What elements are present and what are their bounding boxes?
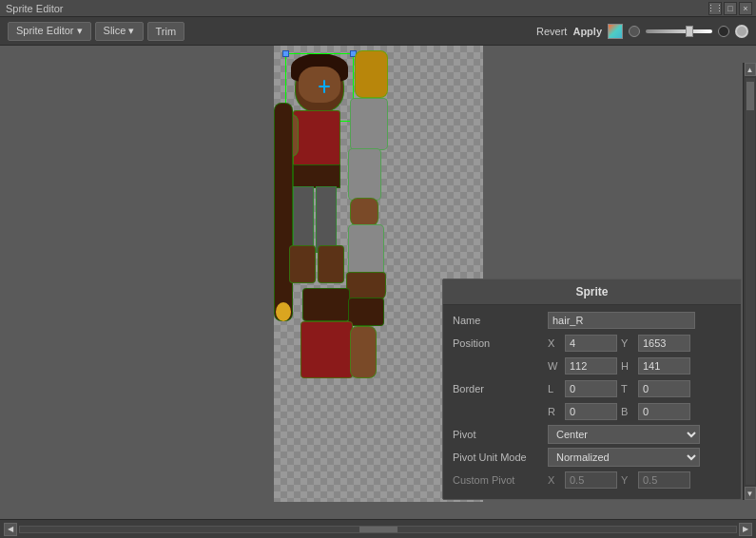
vertical-scrollbar[interactable]: ▲ ▼ xyxy=(743,63,756,500)
name-label: Name xyxy=(453,315,548,326)
apply-button[interactable]: Apply xyxy=(572,26,602,37)
close-button[interactable]: × xyxy=(739,2,752,15)
size-row: W H xyxy=(453,356,731,375)
custom-pivot-x-input[interactable] xyxy=(565,471,617,489)
color-swatch[interactable] xyxy=(608,24,623,39)
x-label: X xyxy=(548,337,561,349)
border-r-input[interactable] xyxy=(565,403,617,420)
slice-menu-button[interactable]: Slice ▾ xyxy=(95,22,144,41)
pivot-unit-label: Pivot Unit Mode xyxy=(453,452,548,463)
cp-x-label: X xyxy=(548,474,561,486)
custom-pivot-row: Custom Pivot X Y xyxy=(453,471,731,490)
pivot-label: Pivot xyxy=(453,429,548,440)
border-row: Border L T xyxy=(453,379,731,398)
b-label: B xyxy=(621,406,634,417)
scroll-left-button[interactable]: ◀ xyxy=(4,523,17,536)
custom-pivot-fields: X Y xyxy=(548,471,690,489)
height-input[interactable] xyxy=(638,357,690,375)
title-bar: Sprite Editor ⋮⋮ □ × xyxy=(0,0,756,17)
border-lt-fields: L T xyxy=(548,380,690,397)
scroll-up-button[interactable]: ▲ xyxy=(745,63,756,76)
name-input[interactable] xyxy=(548,312,695,329)
custom-pivot-y-input[interactable] xyxy=(638,471,690,489)
position-x-input[interactable] xyxy=(565,335,617,352)
scroll-thumb[interactable] xyxy=(359,527,397,532)
toolbar: Sprite Editor ▾ Slice ▾ Trim Revert Appl… xyxy=(0,17,756,46)
border-t-input[interactable] xyxy=(638,380,690,397)
brightness-indicator xyxy=(735,25,748,38)
custom-pivot-label: Custom Pivot xyxy=(453,474,548,486)
position-y-input[interactable] xyxy=(638,335,690,352)
trim-button[interactable]: Trim xyxy=(147,22,185,41)
border-b-input[interactable] xyxy=(638,403,690,420)
border-rb-row: R B xyxy=(453,402,731,421)
main-area: Sprite Name Position X Y xyxy=(0,46,756,519)
revert-button[interactable]: Revert xyxy=(536,26,567,37)
size-fields: W H xyxy=(548,357,690,375)
position-fields: X Y xyxy=(548,335,690,352)
name-row: Name xyxy=(453,311,731,330)
y-label: Y xyxy=(621,337,634,349)
horizontal-scrollbar[interactable]: ◀ ▶ xyxy=(0,519,756,538)
border-l-input[interactable] xyxy=(565,380,617,397)
inspector-body: Name Position X Y W H xyxy=(443,305,741,499)
title-bar-controls: ⋮⋮ □ × xyxy=(708,2,752,15)
sprite-editor-menu-button[interactable]: Sprite Editor ▾ xyxy=(8,22,91,41)
title-bar-text: Sprite Editor xyxy=(6,3,64,14)
scroll-down-button[interactable]: ▼ xyxy=(745,487,756,500)
scroll-right-button[interactable]: ▶ xyxy=(739,523,752,536)
l-label: L xyxy=(548,383,561,394)
h-label: H xyxy=(621,360,634,372)
pivot-select[interactable]: Center Top Left Top Top Right Left Right… xyxy=(548,425,700,444)
position-label: Position xyxy=(453,337,548,349)
inspector-panel: Sprite Name Position X Y xyxy=(442,279,742,500)
border-label: Border xyxy=(453,383,548,394)
pivot-unit-select[interactable]: Normalized Pixels xyxy=(548,448,700,467)
color-dot-dark xyxy=(718,26,729,37)
scroll-track[interactable] xyxy=(19,526,737,533)
cp-y-label: Y xyxy=(621,474,634,486)
r-label: R xyxy=(548,406,561,417)
pivot-unit-row: Pivot Unit Mode Normalized Pixels xyxy=(453,448,731,467)
minimize-button[interactable]: ⋮⋮ xyxy=(708,2,722,15)
pivot-row: Pivot Center Top Left Top Top Right Left… xyxy=(453,425,731,444)
border-rb-fields: R B xyxy=(548,403,690,420)
width-input[interactable] xyxy=(565,357,617,375)
maximize-button[interactable]: □ xyxy=(724,2,737,15)
w-label: W xyxy=(548,360,561,372)
inspector-header: Sprite xyxy=(443,279,741,305)
t-label: T xyxy=(621,383,634,394)
color-dot-light xyxy=(629,26,640,37)
position-row: Position X Y xyxy=(453,334,731,353)
toolbar-right: Revert Apply xyxy=(536,24,748,39)
brightness-slider[interactable] xyxy=(646,29,712,33)
